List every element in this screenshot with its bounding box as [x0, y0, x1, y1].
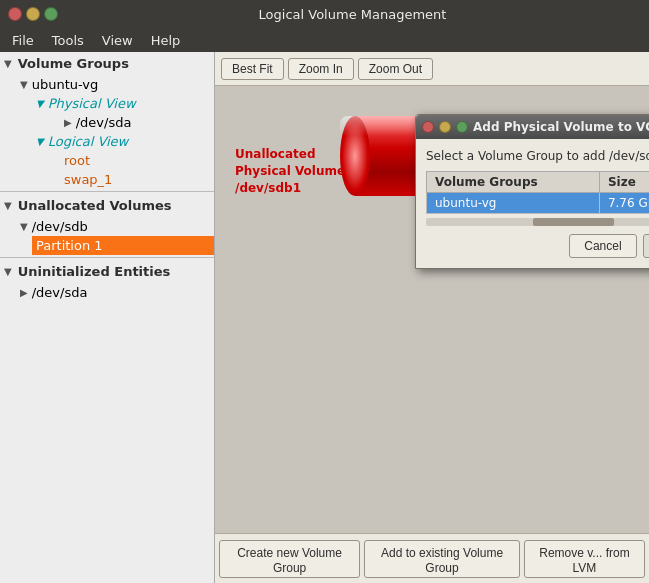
dialog-scrollbar-thumb — [533, 218, 613, 226]
menubar: File Tools View Help — [0, 28, 649, 52]
sidebar-ubuntu-vg-label[interactable]: ▼ ubuntu-vg — [16, 75, 214, 94]
sidebar-section-label: Volume Groups — [18, 56, 129, 71]
dialog-maximize-button[interactable] — [456, 121, 468, 133]
dialog-minimize-button[interactable] — [439, 121, 451, 133]
sidebar-dev-sdb-label[interactable]: ▼ /dev/sdb — [16, 217, 214, 236]
table-cell-vg-size: 7.76 GB — [599, 193, 649, 214]
menu-file[interactable]: File — [4, 31, 42, 50]
toolbar: Best Fit Zoom In Zoom Out — [215, 52, 649, 86]
dialog-table: Volume Groups Size ubuntu-vg 7.76 GB — [426, 171, 649, 214]
dialog-title: Add Physical Volume to VG — [473, 120, 649, 134]
sidebar-partition1-label[interactable]: Partition 1 — [32, 236, 214, 255]
dialog-buttons: Cancel Add — [426, 234, 649, 258]
dialog-close-button[interactable] — [422, 121, 434, 133]
zoom-out-button[interactable]: Zoom Out — [358, 58, 433, 80]
window-title: Logical Volume Management — [64, 7, 641, 22]
add-pv-dialog: Add Physical Volume to VG Select a Volum… — [415, 114, 649, 269]
dialog-body: Select a Volume Group to add /dev/sdb Vo… — [416, 139, 649, 268]
dialog-subtitle: Select a Volume Group to add /dev/sdb — [426, 149, 649, 163]
window-buttons — [8, 7, 58, 21]
dialog-overlay: Add Physical Volume to VG Select a Volum… — [215, 86, 649, 533]
bottom-bar: Create new Volume Group Add to existing … — [215, 533, 649, 583]
sidebar-section-uninit[interactable]: ▼ Uninitialized Entities — [0, 260, 214, 283]
sidebar-ubuntu-vg: ▼ ubuntu-vg ▼ Physical View ▶ /dev/sda ▼ — [0, 75, 214, 189]
cancel-button[interactable]: Cancel — [569, 234, 636, 258]
dialog-scrollbar[interactable] — [426, 218, 649, 226]
col-header-size: Size — [599, 172, 649, 193]
sidebar: ▼ Volume Groups ▼ ubuntu-vg ▼ Physical V… — [0, 52, 215, 583]
best-fit-button[interactable]: Best Fit — [221, 58, 284, 80]
sidebar-section-volume-groups[interactable]: ▼ Volume Groups — [0, 52, 214, 75]
menu-view[interactable]: View — [94, 31, 141, 50]
sidebar-logical-view-label[interactable]: ▼ Logical View — [32, 132, 214, 151]
zoom-in-button[interactable]: Zoom In — [288, 58, 354, 80]
sidebar-logical-view: ▼ Logical View root swap_1 — [16, 132, 214, 189]
maximize-button[interactable] — [44, 7, 58, 21]
sidebar-dev-sda-physical: ▶ /dev/sda — [32, 113, 214, 132]
create-vg-button[interactable]: Create new Volume Group — [219, 540, 360, 578]
main-container: ▼ Volume Groups ▼ ubuntu-vg ▼ Physical V… — [0, 52, 649, 583]
sidebar-section-unallocated[interactable]: ▼ Unallocated Volumes — [0, 194, 214, 217]
divider-2 — [0, 257, 214, 258]
sidebar-physical-view: ▼ Physical View ▶ /dev/sda — [16, 94, 214, 132]
table-cell-vg-name: ubuntu-vg — [427, 193, 600, 214]
sidebar-dev-sda-uninit-label[interactable]: ▶ /dev/sda — [16, 283, 214, 302]
col-header-vg: Volume Groups — [427, 172, 600, 193]
minimize-button[interactable] — [26, 7, 40, 21]
sidebar-physical-view-label[interactable]: ▼ Physical View — [32, 94, 214, 113]
close-button[interactable] — [8, 7, 22, 21]
add-button[interactable]: Add — [643, 234, 649, 258]
content-area: Best Fit Zoom In Zoom Out Unallocated Ph… — [215, 52, 649, 583]
add-existing-vg-button[interactable]: Add to existing Volume Group — [364, 540, 520, 578]
menu-tools[interactable]: Tools — [44, 31, 92, 50]
dialog-titlebar: Add Physical Volume to VG — [416, 115, 649, 139]
menu-help[interactable]: Help — [143, 31, 189, 50]
canvas-area: Unallocated Physical Volume /dev/sdb1 Ad… — [215, 86, 649, 533]
titlebar: Logical Volume Management — [0, 0, 649, 28]
sidebar-swap1-label[interactable]: swap_1 — [60, 170, 214, 189]
divider-1 — [0, 191, 214, 192]
sidebar-root-label[interactable]: root — [60, 151, 214, 170]
arrow-icon: ▼ — [4, 58, 12, 69]
remove-lvm-button[interactable]: Remove v... from LVM — [524, 540, 645, 578]
sidebar-dev-sda-physical-label[interactable]: ▶ /dev/sda — [60, 113, 214, 132]
table-row[interactable]: ubuntu-vg 7.76 GB — [427, 193, 650, 214]
